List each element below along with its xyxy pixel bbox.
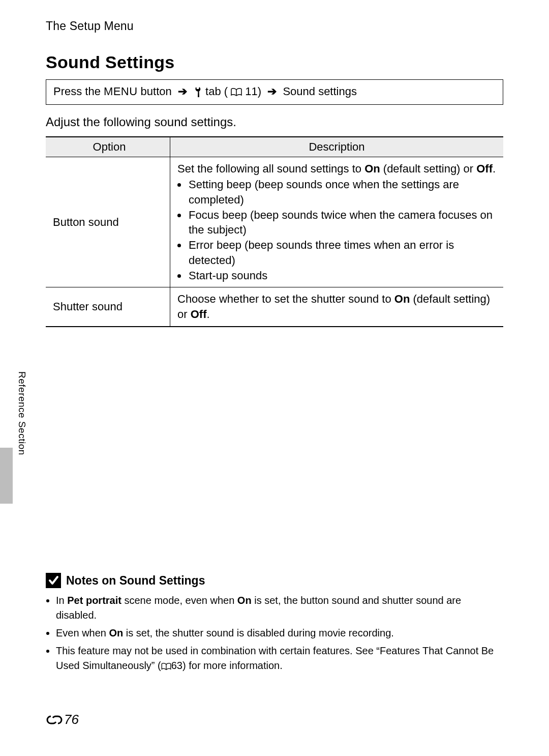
list-item: Focus beep (beep sounds twice when the c…	[188, 208, 498, 238]
desc-bold: On	[394, 293, 410, 305]
list-item: In Pet portrait scene mode, even when On…	[56, 593, 503, 623]
page-number-text: 76	[64, 712, 79, 728]
list-item: Error beep (beep sounds three times when…	[188, 238, 498, 268]
arrow-icon: ➔	[264, 85, 280, 98]
list-item: Setting beep (beep sounds once when the …	[188, 177, 498, 207]
options-table: Option Description Button sound Set the …	[46, 136, 503, 327]
menu-button-label: MENU	[104, 85, 137, 98]
desc-text: .	[206, 308, 209, 321]
note-text: Even when	[56, 627, 109, 638]
check-icon	[46, 573, 61, 588]
desc-text: .	[493, 162, 496, 175]
option-name: Shutter sound	[46, 287, 170, 327]
note-bold: On	[237, 595, 252, 606]
nav-text: Press the	[53, 85, 104, 98]
desc-bold: Off	[191, 308, 207, 321]
side-label: Reference Section	[16, 371, 27, 455]
option-name: Button sound	[46, 157, 170, 287]
nav-text: button	[137, 85, 174, 98]
table-row: Shutter sound Choose whether to set the …	[46, 287, 503, 327]
col-description: Description	[170, 137, 504, 157]
side-tab: Reference Section	[0, 371, 28, 504]
list-item: This feature may not be used in combinat…	[56, 644, 503, 673]
book-icon	[161, 660, 171, 671]
page-number: 76	[46, 712, 79, 728]
option-desc: Choose whether to set the shutter sound …	[170, 287, 504, 327]
side-tab-marker	[0, 448, 13, 504]
book-icon	[228, 85, 245, 98]
wrench-icon	[193, 85, 205, 98]
nav-text: )	[258, 85, 264, 98]
note-bold: On	[109, 627, 124, 638]
desc-bold: Off	[476, 162, 493, 175]
note-bold: Pet portrait	[67, 595, 121, 606]
list-item: Start-up sounds	[188, 268, 498, 283]
desc-text: Choose whether to set the shutter sound …	[177, 293, 394, 305]
note-ref: 63	[171, 660, 182, 671]
arrow-icon: ➔	[175, 85, 190, 98]
page-title: Sound Settings	[46, 52, 503, 72]
option-desc: Set the following all sound settings to …	[170, 157, 504, 287]
desc-text: Set the following all sound settings to	[177, 162, 364, 175]
intro-text: Adjust the following sound settings.	[46, 115, 503, 129]
reference-section-icon	[46, 712, 63, 728]
list-item: Even when On is set, the shutter sound i…	[56, 626, 503, 641]
notes-title: Notes on Sound Settings	[66, 574, 205, 588]
nav-ref: 11	[245, 85, 257, 98]
note-text: is set, the shutter sound is disabled du…	[123, 627, 394, 638]
col-option: Option	[46, 137, 170, 157]
desc-text: (default setting) or	[380, 162, 477, 175]
note-text: ) for more information.	[182, 660, 283, 671]
nav-target: Sound settings	[280, 85, 357, 98]
note-text: In	[56, 595, 67, 606]
running-header: The Setup Menu	[46, 19, 503, 33]
note-text: scene mode, even when	[121, 595, 237, 606]
nav-path-box: Press the MENU button ➔ tab ( 11) ➔ Soun…	[46, 79, 503, 105]
nav-text: tab (	[205, 85, 228, 98]
notes-block: Notes on Sound Settings In Pet portrait …	[46, 573, 503, 676]
desc-bold: On	[364, 162, 380, 175]
table-row: Button sound Set the following all sound…	[46, 157, 503, 287]
